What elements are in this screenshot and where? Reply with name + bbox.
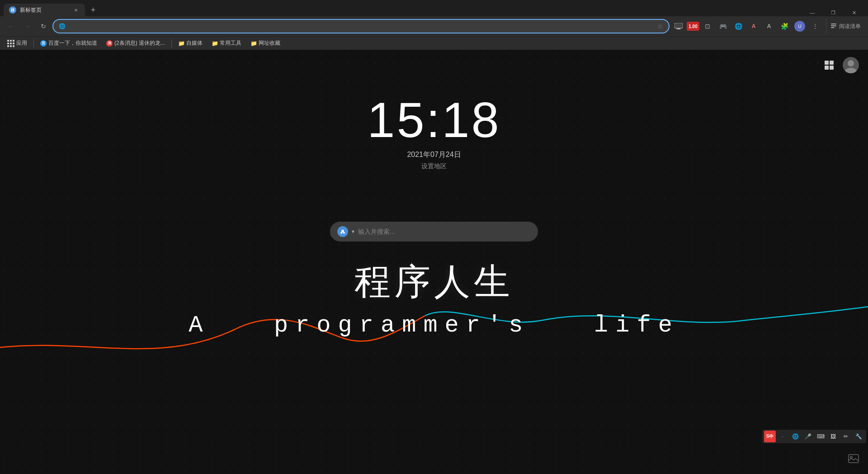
bookmark-message-label: (2条消息) 退休的龙... bbox=[114, 39, 165, 47]
clock-area: 15:18 2021年07月24日 设置地区 bbox=[367, 95, 500, 171]
svg-rect-8 bbox=[831, 24, 836, 24]
browser-window: 新标签页 ✕ + — ❐ ✕ ← → ↻ 🌐 ☆ bbox=[0, 0, 868, 474]
svg-point-0 bbox=[11, 9, 13, 10]
forward-button[interactable]: → bbox=[20, 19, 34, 33]
extension5-icon[interactable]: A bbox=[746, 19, 761, 33]
svg-rect-15 bbox=[830, 61, 834, 65]
extension3-icon[interactable]: 🎮 bbox=[716, 19, 730, 33]
bookmark-tools-label: 常用工具 bbox=[220, 39, 241, 47]
svg-point-19 bbox=[845, 68, 857, 73]
svg-point-11 bbox=[341, 230, 344, 232]
extension-icon: 1.00 bbox=[687, 22, 699, 31]
svg-rect-6 bbox=[677, 28, 680, 29]
sogou-tool-keyboard[interactable]: ⌨ bbox=[815, 431, 826, 442]
toolbar-right: 1.00 ⊡ 🎮 🌐 A A 🧩 U ⋮ bbox=[671, 19, 822, 33]
sogou-tool-image[interactable]: 🖼 bbox=[827, 431, 839, 442]
clock-time: 15:18 bbox=[367, 95, 500, 145]
sogou-tool-mic[interactable]: 🎤 bbox=[802, 431, 814, 442]
tab-close-button[interactable]: ✕ bbox=[72, 6, 80, 14]
search-engine-icon[interactable] bbox=[337, 226, 348, 237]
extension2-icon[interactable]: ⊡ bbox=[700, 19, 715, 33]
svg-point-1 bbox=[13, 9, 14, 10]
clock-date: 2021年07月24日 bbox=[367, 150, 500, 160]
main-content: 15:18 2021年07月24日 设置地区 ▾ 程序人生 A pro bbox=[0, 50, 868, 474]
extension6-icon[interactable]: A bbox=[762, 19, 776, 33]
tab-title: 新标签页 bbox=[20, 6, 69, 14]
message-icon: 消 bbox=[106, 40, 113, 47]
svg-rect-20 bbox=[849, 455, 859, 463]
svg-point-18 bbox=[848, 60, 854, 66]
separator-1 bbox=[33, 39, 34, 47]
sogou-tool-edit[interactable]: ✏ bbox=[840, 431, 852, 442]
apps-grid-icon bbox=[7, 40, 14, 47]
bookmark-media[interactable]: 📁 自媒体 bbox=[175, 38, 206, 49]
back-button[interactable]: ← bbox=[4, 19, 18, 33]
reading-list-icon bbox=[830, 23, 837, 30]
bookmark-tools[interactable]: 📁 常用工具 bbox=[208, 38, 245, 49]
bookmark-baidu[interactable]: 百 百度一下，你就知道 bbox=[37, 38, 101, 49]
active-tab[interactable]: 新标签页 ✕ bbox=[4, 4, 85, 16]
bookmark-baidu-label: 百度一下，你就知道 bbox=[48, 39, 97, 47]
extensions-puzzle-icon[interactable]: 🧩 bbox=[777, 19, 792, 33]
sogou-tool-settings[interactable]: 🔧 bbox=[853, 431, 864, 442]
svg-point-13 bbox=[343, 232, 345, 234]
sogou-logo[interactable]: S中 bbox=[764, 431, 776, 442]
bookmark-urls[interactable]: 📁 网址收藏 bbox=[247, 38, 284, 49]
svg-rect-5 bbox=[675, 24, 682, 27]
svg-rect-16 bbox=[825, 66, 829, 70]
separator-2 bbox=[171, 39, 172, 47]
extension4-icon[interactable]: 🌐 bbox=[731, 19, 745, 33]
bookmark-urls-label: 网址收藏 bbox=[259, 39, 280, 47]
background-image-button[interactable] bbox=[848, 454, 859, 465]
user-avatar[interactable] bbox=[843, 57, 859, 73]
svg-point-3 bbox=[13, 10, 14, 11]
profile-button[interactable]: U bbox=[793, 19, 807, 33]
svg-rect-7 bbox=[676, 29, 681, 29]
extension-red-button[interactable]: 1.00 bbox=[687, 22, 699, 31]
close-button[interactable]: ✕ bbox=[844, 5, 864, 20]
address-input[interactable] bbox=[68, 23, 655, 30]
reload-button[interactable]: ↻ bbox=[36, 19, 51, 33]
clock-location[interactable]: 设置地区 bbox=[367, 162, 500, 171]
urls-folder-icon: 📁 bbox=[250, 40, 257, 47]
tab-favicon bbox=[9, 6, 16, 14]
sogou-tool-globe[interactable]: 🌐 bbox=[789, 431, 801, 442]
svg-rect-14 bbox=[825, 61, 829, 65]
reading-list-button[interactable]: 阅读清单 bbox=[826, 19, 864, 33]
main-text-english: A programmer's life bbox=[189, 312, 679, 339]
bookmarks-bar: 应用 百 百度一下，你就知道 消 (2条消息) 退休的龙... 📁 自媒体 📁 … bbox=[0, 36, 868, 50]
top-right-controls bbox=[821, 57, 859, 73]
search-input[interactable] bbox=[358, 228, 531, 235]
search-dropdown[interactable]: ▾ bbox=[352, 228, 354, 235]
address-bar-wrap: 🌐 ☆ bbox=[52, 19, 670, 33]
sogou-tool-dot[interactable]: · bbox=[777, 431, 788, 442]
new-tab-button[interactable]: + bbox=[87, 4, 99, 16]
nav-bar: ← → ↻ 🌐 ☆ 1.00 ⊡ 🎮 � bbox=[0, 16, 868, 36]
bookmark-media-label: 自媒体 bbox=[186, 39, 203, 47]
svg-point-2 bbox=[11, 10, 13, 11]
svg-rect-17 bbox=[830, 66, 834, 70]
bookmark-message[interactable]: 消 (2条消息) 退休的龙... bbox=[103, 38, 169, 49]
bookmark-apps[interactable]: 应用 bbox=[4, 38, 31, 49]
address-icon: 🌐 bbox=[59, 23, 66, 29]
main-text-chinese: 程序人生 bbox=[354, 258, 514, 307]
window-controls: — ❐ ✕ bbox=[802, 5, 864, 20]
cast-icon[interactable] bbox=[671, 19, 686, 33]
search-bar-wrap: ▾ bbox=[330, 222, 538, 242]
reading-list-label: 阅读清单 bbox=[839, 23, 861, 30]
tools-folder-icon: 📁 bbox=[212, 40, 218, 47]
profile-avatar: U bbox=[794, 21, 805, 32]
minimize-button[interactable]: — bbox=[802, 5, 823, 20]
baidu-icon: 百 bbox=[40, 40, 47, 47]
bookmark-star-icon[interactable]: ☆ bbox=[657, 23, 663, 30]
search-bar: ▾ bbox=[330, 222, 538, 242]
svg-rect-9 bbox=[831, 25, 836, 26]
svg-point-12 bbox=[340, 232, 342, 234]
tab-bar: 新标签页 ✕ + — ❐ ✕ bbox=[0, 0, 868, 16]
svg-rect-10 bbox=[831, 27, 835, 28]
grid-view-button[interactable] bbox=[821, 57, 837, 73]
maximize-button[interactable]: ❐ bbox=[823, 5, 844, 20]
menu-button[interactable]: ⋮ bbox=[808, 19, 822, 33]
media-folder-icon: 📁 bbox=[178, 40, 184, 47]
sogou-toolbar: S中 · 🌐 🎤 ⌨ 🖼 ✏ 🔧 bbox=[762, 430, 866, 443]
